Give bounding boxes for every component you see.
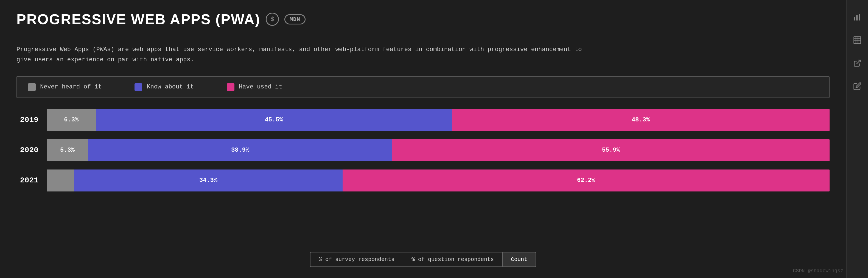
bar-container-2020: 5.3%38.9%55.9% [46,139,830,161]
chart-row-2021: 202134.3%62.2% [17,169,830,192]
tab-survey[interactable]: % of survey respondents [310,252,403,267]
mdn-badge[interactable]: MDN [284,14,306,24]
legend-item-know: Know about it [134,83,194,91]
bar-segment-pink-2020: 55.9% [392,139,830,161]
legend-label-know: Know about it [147,84,194,90]
top-divider [17,36,830,36]
description: Progressive Web Apps (PWAs) are web apps… [17,45,785,65]
chart-bar-icon[interactable] [851,11,863,23]
mdn-label: MDN [289,16,300,23]
legend-swatch-know [134,83,142,91]
table-grid-icon[interactable] [851,34,863,46]
legend-item-never: Never heard of it [28,83,101,91]
coin-icon: $ [266,12,279,26]
bar-segment-gray-2021 [46,169,74,192]
main-content: PROGRESSIVE WEB APPS (PWA) $ MDN Progres… [0,0,846,278]
legend-item-used: Have used it [227,83,282,91]
svg-rect-0 [854,17,856,21]
legend-box: Never heard of it Know about it Have use… [17,76,830,98]
svg-line-8 [857,60,861,64]
chart-area: 20196.3%45.5%48.3%20205.3%38.9%55.9%2021… [17,109,830,238]
bar-segment-blue-2019: 45.5% [96,109,452,131]
svg-rect-1 [856,16,858,21]
legend-label-never: Never heard of it [40,84,101,90]
tab-count[interactable]: Count [502,252,536,267]
bottom-tabs: % of survey respondents% of question res… [17,252,830,267]
year-label-2020: 2020 [17,146,38,155]
bar-segment-blue-2020: 38.9% [88,139,392,161]
legend-swatch-never [28,83,36,91]
chart-row-2020: 20205.3%38.9%55.9% [17,139,830,161]
year-label-2019: 2019 [17,116,38,124]
year-label-2021: 2021 [17,176,38,185]
svg-rect-3 [854,37,861,44]
export-icon[interactable] [851,57,863,69]
coin-symbol: $ [270,16,274,23]
title-row: PROGRESSIVE WEB APPS (PWA) $ MDN [17,11,830,27]
bar-segment-pink-2019: 48.3% [452,109,830,131]
legend-label-used: Have used it [239,84,282,90]
sidebar [846,0,868,278]
page-title: PROGRESSIVE WEB APPS (PWA) [17,11,260,27]
bar-container-2021: 34.3%62.2% [46,169,830,192]
watermark: CSDN @shadowingsz [793,268,843,274]
legend-swatch-used [227,83,235,91]
bar-segment-gray-2019: 6.3% [46,109,96,131]
chart-row-2019: 20196.3%45.5%48.3% [17,109,830,131]
bar-segment-blue-2021: 34.3% [74,169,343,192]
bar-segment-pink-2021: 62.2% [343,169,830,192]
bar-container-2019: 6.3%45.5%48.3% [46,109,830,131]
bar-segment-gray-2020: 5.3% [46,139,88,161]
edit-icon[interactable] [851,80,863,92]
svg-rect-2 [859,14,860,21]
tab-question[interactable]: % of question respondents [403,252,502,267]
